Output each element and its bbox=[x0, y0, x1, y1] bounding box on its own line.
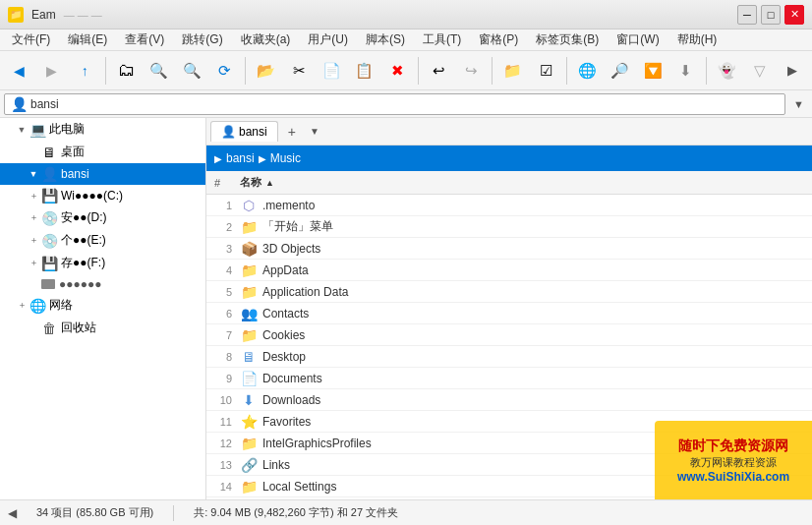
expand-driveF[interactable]: ＋ bbox=[28, 258, 39, 269]
driveE-icon: 💿 bbox=[41, 233, 57, 249]
redo-button[interactable]: ↪ bbox=[456, 55, 487, 87]
menu-script[interactable]: 脚本(S) bbox=[358, 29, 413, 50]
watermark-line3: www.SuiShiXia.com bbox=[677, 470, 789, 484]
forward-button[interactable]: ▶ bbox=[36, 55, 67, 87]
undo-button[interactable]: ↩ bbox=[424, 55, 454, 87]
search2-button[interactable]: 🔍 bbox=[177, 55, 207, 87]
sort-arrow-icon: ▲ bbox=[265, 178, 274, 188]
menu-edit[interactable]: 编辑(E) bbox=[60, 29, 115, 50]
expand-network[interactable]: ＋ bbox=[16, 300, 28, 312]
filter-button[interactable]: 🔽 bbox=[638, 55, 668, 87]
desktop-label: 桌面 bbox=[61, 144, 85, 160]
tree-item-bansi[interactable]: ▼ 👤 bansi bbox=[0, 163, 205, 185]
file-row[interactable]: 1 ⬡ .memento bbox=[206, 195, 812, 216]
driveC-label: Wi●●●●(C:) bbox=[61, 189, 123, 203]
address-dropdown[interactable]: ▼ bbox=[789, 98, 808, 110]
close-button[interactable]: ✕ bbox=[784, 5, 804, 25]
status-nav-left[interactable]: ◀ bbox=[8, 506, 17, 520]
file-icon-3d: 📦 bbox=[240, 240, 258, 258]
menu-help[interactable]: 帮助(H) bbox=[669, 29, 725, 50]
title-text: Eam bbox=[31, 8, 56, 22]
address-bar-row: 👤 bansi ▼ bbox=[0, 90, 812, 118]
menu-view[interactable]: 查看(V) bbox=[117, 29, 172, 50]
delete-button[interactable]: ✖ bbox=[381, 55, 412, 87]
expand-driveE[interactable]: ＋ bbox=[28, 235, 39, 247]
tree-item-driveD[interactable]: ＋ 💿 安●●(D:) bbox=[0, 206, 205, 229]
file-row[interactable]: 9 📄 Documents bbox=[206, 368, 812, 389]
file-row[interactable]: 10 ⬇ Downloads bbox=[206, 389, 812, 411]
device-icon bbox=[41, 279, 55, 289]
expand-bansi[interactable]: ▼ bbox=[28, 168, 39, 180]
bansi-icon: 👤 bbox=[41, 166, 57, 182]
checkmark-button[interactable]: ☑ bbox=[531, 55, 561, 87]
tree-item-device[interactable]: ●●●●●● bbox=[0, 274, 205, 294]
paste-button[interactable]: 📋 bbox=[349, 55, 379, 87]
tree-item-driveC[interactable]: ＋ 💾 Wi●●●●(C:) bbox=[0, 185, 205, 206]
address-box[interactable]: 👤 bansi bbox=[4, 93, 785, 115]
tree-item-driveF[interactable]: ＋ 💾 存●●(F:) bbox=[0, 252, 205, 274]
menu-file[interactable]: 文件(F) bbox=[4, 29, 58, 50]
file-icon-start: 📁 bbox=[240, 218, 258, 236]
menu-favorites[interactable]: 收藏夹(a) bbox=[233, 29, 299, 50]
menu-goto[interactable]: 跳转(G) bbox=[174, 29, 230, 50]
active-tab[interactable]: 👤 bansi bbox=[210, 121, 278, 142]
menu-tabs[interactable]: 标签页集(B) bbox=[528, 29, 607, 50]
tab-arrow-button[interactable]: ▼ bbox=[306, 124, 323, 139]
computer-label: 此电脑 bbox=[49, 121, 85, 138]
maximize-button[interactable]: □ bbox=[761, 5, 781, 25]
network-label: 网络 bbox=[49, 297, 73, 314]
file-row[interactable]: 3 📦 3D Objects bbox=[206, 238, 812, 260]
tree-item-network[interactable]: ＋ 🌐 网络 bbox=[0, 294, 205, 317]
back-button[interactable]: ◀ bbox=[4, 55, 34, 87]
status-size: 共: 9.04 MB (9,482,260 字节) 和 27 文件夹 bbox=[194, 505, 398, 520]
path-bansi[interactable]: bansi bbox=[226, 151, 255, 165]
cut-button[interactable]: ✂ bbox=[283, 55, 314, 87]
file-row[interactable]: 4 📁 AppData bbox=[206, 260, 812, 281]
file-row[interactable]: 2 📁 「开始」菜单 bbox=[206, 216, 812, 238]
driveF-label: 存●●(F:) bbox=[61, 255, 105, 271]
path-music[interactable]: Music bbox=[270, 151, 301, 165]
file-row[interactable]: 5 📁 Application Data bbox=[206, 281, 812, 303]
search-button[interactable]: 🔍 bbox=[144, 55, 174, 87]
tab-add-button[interactable]: + bbox=[282, 122, 302, 142]
filter2-button[interactable]: ⬇ bbox=[670, 55, 701, 87]
expand-driveD[interactable]: ＋ bbox=[28, 212, 39, 224]
menu-pane[interactable]: 窗格(P) bbox=[471, 29, 526, 50]
file-icon-appdata2: 📁 bbox=[240, 283, 258, 301]
tree-item-computer[interactable]: ▼ 💻 此电脑 bbox=[0, 118, 205, 141]
minimize-button[interactable]: ─ bbox=[737, 5, 757, 25]
file-icon-memento: ⬡ bbox=[240, 197, 258, 214]
tree-item-desktop[interactable]: 🖥 桌面 bbox=[0, 141, 205, 163]
bansi-label: bansi bbox=[61, 167, 89, 181]
search3-button[interactable]: 🔎 bbox=[605, 55, 635, 87]
expand-driveC[interactable]: ＋ bbox=[28, 190, 39, 202]
filter3-button[interactable]: ▽ bbox=[744, 55, 775, 87]
menu-user[interactable]: 用户(U) bbox=[300, 29, 356, 50]
more-button[interactable]: ▶ bbox=[778, 55, 808, 87]
menu-window[interactable]: 窗口(W) bbox=[609, 29, 667, 50]
move-button[interactable]: 📁 bbox=[497, 55, 528, 87]
desktop-icon: 🖥 bbox=[41, 145, 57, 160]
col-name-header[interactable]: 名称 ▲ bbox=[240, 175, 808, 190]
title-controls: ─ □ ✕ bbox=[737, 5, 804, 25]
up-button[interactable]: ↑ bbox=[70, 55, 100, 87]
file-row[interactable]: 7 📁 Cookies bbox=[206, 324, 812, 346]
file-row[interactable]: 8 🖥 Desktop bbox=[206, 346, 812, 368]
file-icon-downloads: ⬇ bbox=[240, 391, 258, 409]
nav-button[interactable]: ⟳ bbox=[209, 55, 240, 87]
menu-tools[interactable]: 工具(T) bbox=[415, 29, 469, 50]
open-button[interactable]: 📂 bbox=[251, 55, 281, 87]
ghost-button[interactable]: 👻 bbox=[712, 55, 742, 87]
file-icon-favorites: ⭐ bbox=[240, 413, 258, 431]
tree-item-driveE[interactable]: ＋ 💿 个●●(E:) bbox=[0, 229, 205, 252]
tree-item-trash[interactable]: 🗑 回收站 bbox=[0, 317, 205, 339]
folder-button[interactable]: 🗂 bbox=[111, 55, 142, 87]
globe-button[interactable]: 🌐 bbox=[572, 55, 603, 87]
expand-computer[interactable]: ▼ bbox=[16, 124, 28, 136]
driveD-label: 安●●(D:) bbox=[61, 209, 107, 226]
file-icon-contacts: 👥 bbox=[240, 305, 258, 322]
copy-button[interactable]: 📄 bbox=[317, 55, 347, 87]
driveD-icon: 💿 bbox=[41, 210, 57, 226]
file-row[interactable]: 6 👥 Contacts bbox=[206, 303, 812, 324]
left-panel: ▼ 💻 此电脑 🖥 桌面 ▼ 👤 bansi ＋ 💾 Wi●●●●(C:) ＋ … bbox=[0, 118, 206, 499]
